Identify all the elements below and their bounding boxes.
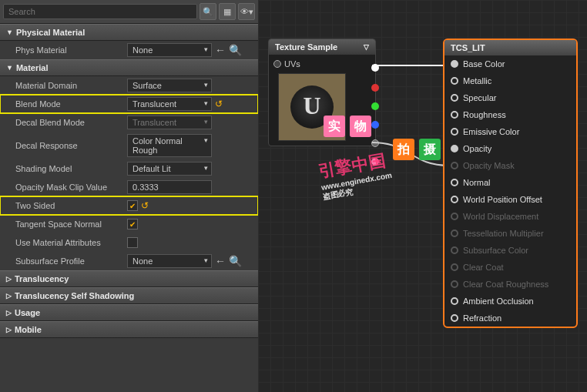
output-pin-row[interactable]: Subsurface Color bbox=[444, 242, 576, 259]
section-physical-material[interactable]: ▼Physical Material bbox=[0, 24, 258, 41]
pin-label: Refraction bbox=[463, 313, 501, 323]
material-graph[interactable]: Texture Sample▽ UVs TCS_LIT Base ColorMe… bbox=[258, 0, 587, 392]
pin-rgb-out[interactable] bbox=[371, 64, 379, 72]
material-output-node[interactable]: TCS_LIT Base ColorMetallicSpecularRoughn… bbox=[443, 39, 578, 328]
node-header[interactable]: TCS_LIT bbox=[444, 40, 576, 55]
grid-view-icon[interactable]: ▦ bbox=[219, 3, 236, 20]
node-header[interactable]: Texture Sample▽ bbox=[269, 39, 375, 55]
subsurface-dropdown[interactable]: None bbox=[127, 254, 212, 268]
section-title: Translucency Self Shadowing bbox=[15, 291, 134, 300]
output-pin-row[interactable]: Ambient Occlusion bbox=[444, 293, 576, 310]
pin-icon[interactable] bbox=[451, 246, 458, 254]
pin-label: Base Color bbox=[463, 59, 505, 69]
pin-icon[interactable] bbox=[451, 230, 458, 237]
details-panel: 🔍 ▦ 👁▾ ▼Physical Material Phys Material … bbox=[0, 0, 258, 392]
output-pin-row[interactable]: Emissive Color bbox=[444, 123, 576, 140]
pin-label: Opacity Mask bbox=[463, 161, 515, 170]
chevron-right-icon: ▷ bbox=[6, 309, 12, 317]
pin-label: Clear Coat bbox=[463, 263, 504, 272]
prop-label: Phys Material bbox=[15, 45, 127, 55]
row-material-domain: Material Domain Surface bbox=[0, 76, 258, 95]
reset-icon[interactable]: ↺ bbox=[215, 99, 226, 109]
prop-label: Use Material Attributes bbox=[15, 238, 127, 247]
pin-label: Normal bbox=[463, 178, 490, 187]
texture-thumbnail[interactable] bbox=[278, 73, 346, 141]
reset-icon[interactable]: ↺ bbox=[141, 200, 152, 211]
pin-uvs-in[interactable] bbox=[273, 60, 281, 68]
texture-sample-node[interactable]: Texture Sample▽ UVs bbox=[268, 39, 376, 146]
tangent-space-checkbox[interactable] bbox=[127, 219, 138, 230]
pin-icon[interactable] bbox=[451, 213, 458, 220]
pin-icon[interactable] bbox=[451, 162, 458, 169]
section-self-shadow[interactable]: ▷Translucency Self Shadowing bbox=[0, 287, 258, 304]
section-mobile[interactable]: ▷Mobile bbox=[0, 321, 258, 338]
output-pin-row[interactable]: World Position Offset bbox=[444, 191, 576, 208]
chevron-right-icon: ▷ bbox=[6, 292, 12, 300]
phys-material-dropdown[interactable]: None bbox=[127, 43, 212, 57]
pin-icon[interactable] bbox=[451, 196, 458, 203]
pin-icon[interactable] bbox=[451, 77, 458, 85]
pin-icon[interactable] bbox=[451, 263, 458, 271]
node-title: Texture Sample bbox=[275, 42, 337, 52]
prop-label: Blend Mode bbox=[15, 99, 127, 109]
section-translucency[interactable]: ▷Translucency bbox=[0, 270, 258, 287]
pin-icon[interactable] bbox=[451, 94, 458, 102]
output-pin-row[interactable]: Base Color bbox=[444, 55, 576, 72]
domain-dropdown[interactable]: Surface bbox=[127, 79, 212, 92]
pin-icon[interactable] bbox=[451, 111, 458, 119]
pin-icon[interactable] bbox=[451, 60, 458, 68]
decal-blend-dropdown[interactable]: Translucent bbox=[127, 116, 212, 129]
search-input[interactable] bbox=[3, 4, 197, 19]
pin-icon[interactable] bbox=[451, 145, 458, 152]
pin-label: Clear Coat Roughness bbox=[463, 280, 548, 289]
pin-a-out[interactable] bbox=[371, 139, 379, 147]
row-shading-model: Shading Model Default Lit bbox=[0, 159, 258, 178]
output-pin-row[interactable]: Opacity bbox=[444, 140, 576, 157]
browse-icon[interactable]: 🔍 bbox=[229, 255, 242, 267]
node-title: TCS_LIT bbox=[451, 43, 485, 52]
section-title: Usage bbox=[15, 308, 40, 317]
blend-mode-dropdown[interactable]: Translucent bbox=[127, 97, 212, 111]
chevron-down-icon: ▽ bbox=[364, 43, 369, 51]
pin-label: Specular bbox=[463, 93, 496, 102]
chevron-down-icon: ▼ bbox=[6, 64, 13, 72]
search-icon[interactable]: 🔍 bbox=[200, 3, 216, 20]
section-material[interactable]: ▼Material bbox=[0, 59, 258, 76]
use-mat-attr-checkbox[interactable] bbox=[127, 237, 138, 248]
section-title: Physical Material bbox=[16, 28, 85, 37]
output-pin-row[interactable]: Tessellation Multiplier bbox=[444, 225, 576, 242]
wire-alpha-opacity bbox=[372, 139, 449, 177]
pin-r-out[interactable] bbox=[371, 84, 379, 92]
output-pin-row[interactable]: Clear Coat Roughness bbox=[444, 276, 576, 293]
two-sided-checkbox[interactable] bbox=[127, 200, 138, 211]
output-pin-row[interactable]: Roughness bbox=[444, 106, 576, 123]
prop-label: Two Sided bbox=[15, 201, 127, 210]
use-selected-icon[interactable]: ← bbox=[215, 255, 226, 267]
output-pin-row[interactable]: Normal bbox=[444, 174, 576, 191]
pin-icon[interactable] bbox=[451, 128, 458, 136]
output-pin-row[interactable]: Refraction bbox=[444, 310, 576, 327]
row-blend-mode: Blend Mode Translucent↺ bbox=[0, 95, 258, 113]
browse-icon[interactable]: 🔍 bbox=[229, 44, 242, 56]
section-usage[interactable]: ▷Usage bbox=[0, 304, 258, 321]
output-pin-row[interactable]: Opacity Mask bbox=[444, 157, 576, 174]
pin-g-out[interactable] bbox=[371, 102, 379, 110]
chevron-right-icon: ▷ bbox=[6, 326, 12, 333]
pin-icon[interactable] bbox=[451, 280, 458, 288]
output-pin-row[interactable]: Metallic bbox=[444, 72, 576, 89]
pin-rgba-out[interactable] bbox=[371, 158, 379, 166]
pin-b-out[interactable] bbox=[371, 121, 379, 129]
opacity-mask-input[interactable]: 0.3333 bbox=[127, 180, 212, 194]
pin-label: World Displacement bbox=[463, 212, 538, 221]
output-pin-row[interactable]: World Displacement bbox=[444, 208, 576, 225]
shading-model-dropdown[interactable]: Default Lit bbox=[127, 162, 212, 176]
output-pin-row[interactable]: Specular bbox=[444, 89, 576, 106]
pin-icon[interactable] bbox=[451, 297, 458, 305]
eye-icon[interactable]: 👁▾ bbox=[238, 3, 255, 20]
output-pin-row[interactable]: Clear Coat bbox=[444, 259, 576, 276]
pin-icon[interactable] bbox=[451, 314, 458, 322]
use-selected-icon[interactable]: ← bbox=[215, 44, 226, 56]
pin-label: Ambient Occlusion bbox=[463, 297, 534, 306]
decal-response-dropdown[interactable]: Color Normal Rough bbox=[127, 134, 212, 157]
pin-icon[interactable] bbox=[451, 179, 458, 186]
